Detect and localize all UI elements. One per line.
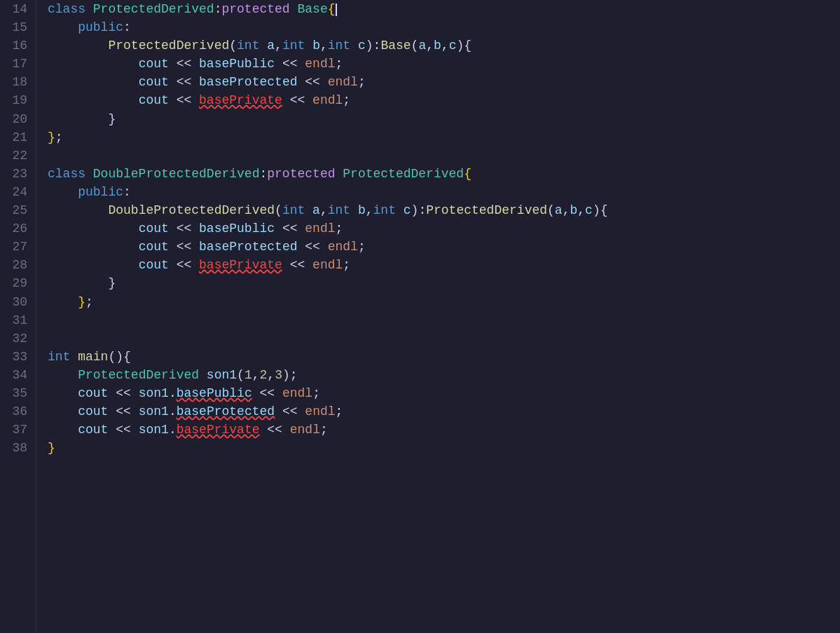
- token: ,: [252, 368, 260, 382]
- token: main: [78, 350, 108, 364]
- token: ;: [85, 295, 93, 309]
- token: <<: [260, 423, 290, 437]
- token: [48, 112, 108, 126]
- code-line: cout << son1.baseProtected << endl;: [48, 402, 840, 421]
- code-line: [48, 147, 840, 165]
- token: son1: [207, 368, 237, 382]
- line-number: 22: [6, 147, 27, 165]
- token: <<: [108, 386, 138, 400]
- token: {: [464, 167, 471, 181]
- line-number: 17: [6, 55, 27, 73]
- token: <<: [169, 258, 199, 272]
- line-number: 35: [6, 384, 27, 402]
- token: cout: [78, 386, 108, 400]
- token: [48, 203, 108, 217]
- token: cout: [139, 258, 169, 272]
- token: [48, 368, 78, 382]
- token: a: [555, 203, 563, 217]
- token: endl: [305, 404, 335, 418]
- token: int: [373, 203, 404, 217]
- token: int: [48, 350, 78, 364]
- code-line: public:: [48, 18, 840, 36]
- code-line: }: [48, 110, 840, 128]
- code-line: };: [48, 293, 840, 311]
- token: ProtectedDerived: [426, 203, 547, 217]
- token: a: [267, 39, 275, 53]
- token: ,: [577, 203, 585, 217]
- line-number: 37: [6, 421, 27, 439]
- token: a: [418, 39, 426, 53]
- token: [48, 276, 108, 290]
- token: <<: [282, 258, 312, 272]
- token: endl: [290, 423, 320, 437]
- line-number: 19: [6, 91, 27, 109]
- token: ;: [358, 75, 366, 89]
- token: ;: [55, 130, 63, 144]
- line-number: 25: [6, 201, 27, 219]
- token: ;: [343, 93, 350, 107]
- token: ,: [366, 203, 373, 217]
- token: DoubleProtectedDerived: [93, 167, 260, 181]
- token: c: [358, 39, 366, 53]
- token: <<: [275, 404, 305, 418]
- line-number: 28: [6, 256, 27, 274]
- token: a: [312, 203, 320, 217]
- token: basePublic: [177, 386, 252, 400]
- token: cout: [139, 240, 169, 254]
- token: c: [449, 39, 457, 53]
- token: endl: [305, 222, 335, 236]
- token: son1: [139, 386, 169, 400]
- token: }: [48, 130, 55, 144]
- token: public: [78, 20, 123, 34]
- token: int: [328, 39, 358, 53]
- token: }: [48, 441, 55, 455]
- token: ){: [593, 203, 608, 217]
- token: int: [328, 203, 358, 217]
- token: [48, 75, 139, 89]
- token: <<: [282, 93, 312, 107]
- code-line: cout << basePrivate << endl;: [48, 91, 840, 109]
- token: (){: [108, 350, 130, 364]
- token: <<: [298, 75, 328, 89]
- token: :: [123, 20, 131, 34]
- token: (: [275, 203, 282, 217]
- code-line: }: [48, 439, 840, 457]
- token: b: [570, 203, 577, 217]
- token: [48, 295, 78, 309]
- code-line: ProtectedDerived(int a,int b,int c):Base…: [48, 36, 840, 55]
- token: protected: [267, 167, 343, 181]
- token: basePublic: [199, 57, 275, 71]
- token: cout: [139, 222, 169, 236]
- line-number: 38: [6, 439, 27, 457]
- token: .: [169, 423, 177, 437]
- line-number: 20: [6, 110, 27, 128]
- line-number: 32: [6, 329, 27, 348]
- token: ,: [441, 39, 449, 53]
- token: );: [282, 368, 298, 382]
- token: ProtectedDerived: [78, 368, 207, 382]
- token: {: [328, 2, 336, 16]
- token: baseProtected: [177, 404, 275, 418]
- text-cursor: [336, 4, 337, 16]
- token: b: [434, 39, 441, 53]
- line-number: 24: [6, 183, 27, 201]
- code-line: cout << basePrivate << endl;: [48, 256, 840, 274]
- token: Base: [380, 39, 411, 53]
- code-line: cout << baseProtected << endl;: [48, 238, 840, 256]
- token: ;: [336, 57, 343, 71]
- token: endl: [282, 386, 312, 400]
- token: [48, 57, 139, 71]
- token: son1: [139, 404, 169, 418]
- token: [48, 222, 139, 236]
- token: }: [108, 276, 116, 290]
- token: 2: [260, 368, 268, 382]
- token: (: [547, 203, 555, 217]
- token: <<: [169, 75, 199, 89]
- token: ,: [426, 39, 434, 53]
- token: ,: [267, 368, 275, 382]
- token: <<: [169, 222, 199, 236]
- code-line: class DoubleProtectedDerived:protected P…: [48, 165, 840, 183]
- token: [48, 20, 78, 34]
- token: ;: [358, 240, 366, 254]
- token: 3: [275, 368, 282, 382]
